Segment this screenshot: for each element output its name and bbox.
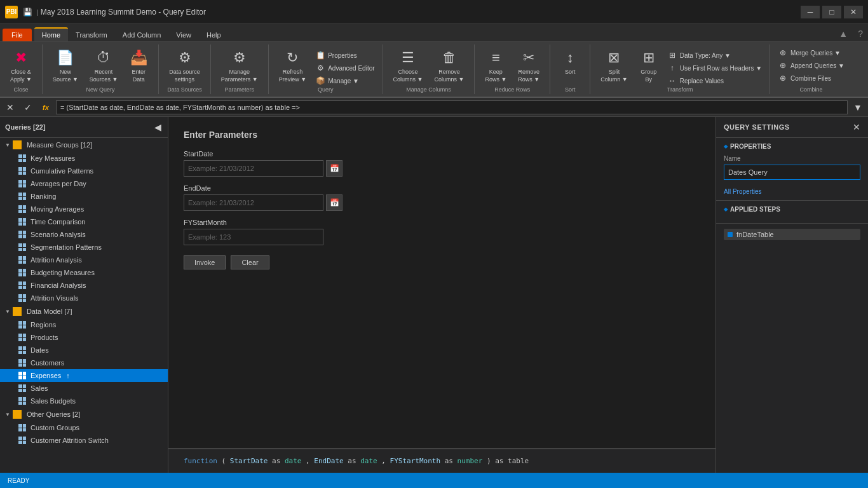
use-first-row-button[interactable]: ↑ Use First Row as Headers ▼ (665, 62, 764, 74)
properties-button[interactable]: 📋 Properties (313, 50, 377, 61)
remove-columns-button[interactable]: 🗑 Remove Columns ▼ (430, 47, 470, 84)
tab-transform[interactable]: Transform (68, 29, 115, 41)
manage-button[interactable]: 📦 Manage ▼ (313, 75, 377, 86)
enddate-calendar-button[interactable]: 📅 (326, 194, 342, 211)
data-source-settings-icon: ⚙ (175, 48, 194, 67)
ribbon-group-close: ✖ Close & Apply ▼ Close (0, 44, 43, 94)
financial-analysis-icon (18, 281, 27, 290)
advanced-editor-button[interactable]: ⚙ Advanced Editor (313, 62, 377, 74)
startdate-calendar-button[interactable]: 📅 (326, 160, 342, 177)
query-item-cumulative-patterns[interactable]: Cumulative Patterns (0, 165, 168, 177)
query-item-sales-budgets[interactable]: Sales Budgets (0, 395, 168, 407)
startdate-input[interactable] (184, 160, 323, 177)
query-name-input[interactable] (724, 165, 860, 180)
query-item-financial-analysis[interactable]: Financial Analysis (0, 279, 168, 292)
remove-rows-button[interactable]: ✂ Remove Rows ▼ (513, 47, 545, 84)
combine-group-label: Combine (770, 86, 852, 93)
group-by-button[interactable]: ⊞ Group By (634, 47, 663, 84)
data-model-label: Data Model [7] (27, 308, 72, 315)
keep-rows-button[interactable]: ≡ Keep Rows ▼ (480, 47, 512, 84)
query-item-sales[interactable]: Sales (0, 382, 168, 395)
choose-columns-button[interactable]: ☰ Choose Columns ▼ (388, 47, 428, 84)
enddate-input[interactable] (184, 194, 323, 211)
startdate-param-group: StartDate 📅 (184, 150, 700, 177)
tab-add-column[interactable]: Add Column (115, 29, 169, 41)
replace-values-button[interactable]: ↔ Replace Values (665, 75, 764, 86)
ribbon-group-transform: ⊠ Split Column ▼ ⊞ Group By ⊞ Data Type:… (590, 44, 770, 94)
query-item-customer-attrition-switch[interactable]: Customer Attrition Switch (0, 434, 168, 447)
clear-button[interactable]: Clear (231, 255, 269, 269)
query-item-averages-per-day[interactable]: Averages per Day (0, 177, 168, 190)
tab-home[interactable]: Home (34, 27, 68, 41)
split-column-button[interactable]: ⊠ Split Column ▼ (595, 47, 632, 84)
all-properties-link[interactable]: All Properties (724, 188, 761, 195)
formula-expand-button[interactable]: ▼ (850, 100, 865, 115)
sales-icon (18, 384, 27, 393)
query-item-dates[interactable]: Dates (0, 344, 168, 356)
new-query-group-label: New Query (43, 86, 158, 93)
query-item-budgeting-measures[interactable]: Budgeting Measures (0, 266, 168, 279)
keep-rows-icon: ≡ (486, 48, 505, 67)
combine-files-button[interactable]: ⊕ Combine Files (775, 72, 847, 84)
group-data-model[interactable]: ▼ Data Model [7] (0, 304, 168, 318)
window-controls: ─ □ ✕ (801, 6, 863, 18)
enter-data-button[interactable]: 📥 Enter Data (124, 47, 153, 84)
sort-button[interactable]: ↕ Sort (555, 47, 585, 76)
query-item-key-measures[interactable]: Key Measures (0, 152, 168, 165)
startdate-label: StartDate (184, 150, 700, 158)
tab-view[interactable]: View (168, 29, 199, 41)
close-window-button[interactable]: ✕ (844, 6, 863, 18)
enter-data-icon: 📥 (129, 48, 148, 67)
query-item-ranking[interactable]: Ranking (0, 190, 168, 203)
query-item-customers[interactable]: Customers (0, 356, 168, 369)
ribbon-collapse-btn[interactable]: ▲ (834, 26, 853, 41)
query-item-regions[interactable]: Regions (0, 318, 168, 331)
maximize-button[interactable]: □ (822, 6, 841, 18)
step-item-fndatetable[interactable]: fnDateTable (724, 229, 860, 240)
advanced-editor-icon: ⚙ (315, 63, 325, 73)
close-apply-button[interactable]: ✖ Close & Apply ▼ (5, 47, 37, 84)
formula-apply-button[interactable]: ✓ (20, 100, 36, 115)
query-item-expenses[interactable]: Expenses ↑ (0, 369, 168, 382)
invoke-button[interactable]: Invoke (184, 255, 226, 269)
query-item-moving-averages[interactable]: Moving Averages (0, 203, 168, 215)
query-item-attrition-visuals[interactable]: Attrition Visuals (0, 292, 168, 304)
refresh-preview-button[interactable]: ↻ Refresh Preview ▼ (274, 47, 311, 84)
group-other-queries[interactable]: ▼ Other Queries [2] (0, 407, 168, 421)
minimize-button[interactable]: ─ (801, 6, 820, 18)
data-source-settings-button[interactable]: ⚙ Data source settings (164, 47, 205, 84)
query-item-scenario-analysis[interactable]: Scenario Analysis (0, 228, 168, 241)
ribbon-group-query: ↻ Refresh Preview ▼ 📋 Properties ⚙ Advan… (269, 44, 383, 94)
query-item-time-comparison[interactable]: Time Comparison (0, 215, 168, 228)
data-model-items: Regions Products Dates (0, 318, 168, 407)
query-item-products[interactable]: Products (0, 331, 168, 344)
queries-header: Queries [22] ◀ (0, 117, 168, 138)
new-source-button[interactable]: 📄 New Source ▼ (48, 47, 83, 84)
formula-input[interactable] (56, 100, 848, 114)
save-icon: 💾 (23, 8, 32, 17)
query-item-attrition-analysis[interactable]: Attrition Analysis (0, 254, 168, 266)
data-type-button[interactable]: ⊞ Data Type: Any ▼ (665, 50, 764, 61)
help-icon[interactable]: ? (853, 26, 868, 41)
other-queries-expand-icon: ▼ (5, 412, 10, 417)
use-first-row-icon: ↑ (667, 63, 677, 73)
query-settings-close-button[interactable]: ✕ (853, 122, 860, 132)
ribbon-group-new-query: 📄 New Source ▼ ⏱ Recent Sources ▼ 📥 Ente… (43, 44, 159, 94)
tab-help[interactable]: Help (199, 29, 229, 41)
transform-group-label: Transform (590, 86, 770, 93)
append-queries-button[interactable]: ⊕ Append Queries ▼ (775, 60, 847, 71)
group-measure-groups[interactable]: ▼ Measure Groups [12] (0, 138, 168, 152)
ribbon: ✖ Close & Apply ▼ Close 📄 New Source ▼ ⏱… (0, 42, 868, 98)
tab-file[interactable]: File (3, 29, 32, 41)
fystartmonth-input[interactable] (184, 229, 323, 245)
formula-fx-button[interactable]: fx (38, 100, 53, 115)
formula-cancel-button[interactable]: ✕ (3, 100, 18, 115)
merge-queries-button[interactable]: ⊕ Merge Queries ▼ (775, 47, 847, 58)
sort-group-label: Sort (550, 86, 590, 93)
manage-parameters-button[interactable]: ⚙ Manage Parameters ▼ (216, 47, 263, 84)
recent-sources-button[interactable]: ⏱ Recent Sources ▼ (85, 47, 123, 84)
query-item-custom-groups[interactable]: Custom Groups (0, 421, 168, 434)
query-item-segmentation-patterns[interactable]: Segmentation Patterns (0, 241, 168, 254)
queries-collapse-button[interactable]: ◀ (153, 121, 163, 133)
refresh-preview-icon: ↻ (283, 48, 302, 67)
